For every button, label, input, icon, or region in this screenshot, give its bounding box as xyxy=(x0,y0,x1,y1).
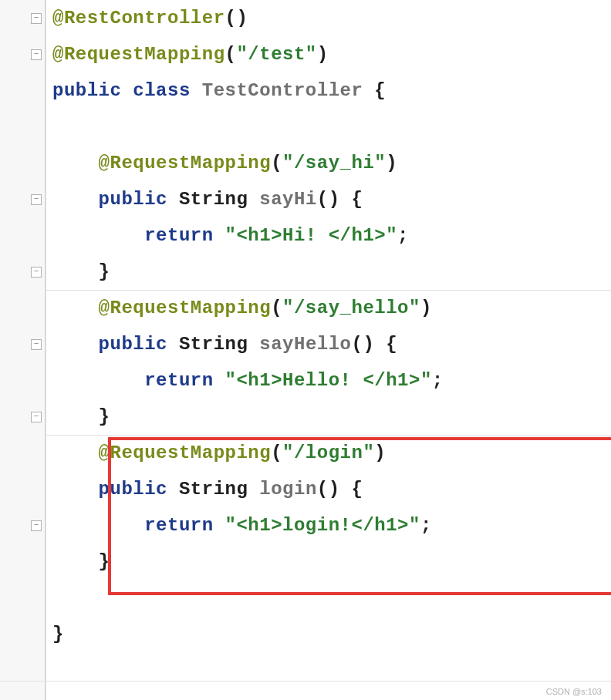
code-line[interactable]: @RequestMapping("/say_hi") xyxy=(52,145,605,181)
code-line[interactable]: public String sayHi() { xyxy=(52,181,605,217)
token: @RequestMapping xyxy=(99,153,272,173)
token: ( xyxy=(271,443,282,463)
token: () xyxy=(317,189,352,210)
code-line[interactable]: } xyxy=(52,544,605,580)
token: () xyxy=(317,479,352,500)
token: ; xyxy=(432,370,444,391)
code-area[interactable]: @RestController()@RequestMapping("/test"… xyxy=(46,0,611,700)
token: ; xyxy=(397,225,409,246)
token: public class xyxy=(52,80,202,101)
gutter-line: − xyxy=(0,399,46,435)
code-line[interactable]: return "<h1>Hi! </h1>"; xyxy=(52,217,605,254)
gutter-line xyxy=(0,145,46,181)
code-line[interactable] xyxy=(52,580,605,616)
method-separator xyxy=(46,290,611,291)
token: "<h1>Hello! </h1>" xyxy=(225,370,432,391)
token: "/test" xyxy=(236,44,316,65)
token: { xyxy=(352,189,363,210)
code-line[interactable]: public String sayHello() { xyxy=(52,326,605,362)
token: String xyxy=(179,189,259,210)
code-editor: −−−−−−− @RestController()@RequestMapping… xyxy=(0,0,611,700)
gutter-line xyxy=(0,616,46,652)
token: sayHi xyxy=(259,189,317,210)
code-line[interactable] xyxy=(52,109,605,145)
token: public xyxy=(99,334,179,355)
gutter-line: − xyxy=(0,181,46,217)
token: () xyxy=(225,8,248,29)
gutter-line xyxy=(0,217,46,254)
token: "/say_hi" xyxy=(282,153,386,173)
token: "<h1>Hi! </h1>" xyxy=(225,225,398,246)
token: ) xyxy=(420,298,432,318)
token: () xyxy=(351,334,386,355)
gutter-line: − xyxy=(0,0,46,36)
gutter: −−−−−−− xyxy=(0,0,46,700)
gutter-line xyxy=(0,72,46,109)
gutter-line xyxy=(0,471,46,507)
token: ) xyxy=(317,44,329,65)
gutter-line xyxy=(0,109,46,145)
fold-toggle-icon[interactable]: − xyxy=(31,13,42,24)
code-line[interactable]: } xyxy=(52,616,605,652)
token: return xyxy=(144,515,224,536)
token: ( xyxy=(271,298,282,318)
token: @RequestMapping xyxy=(99,443,272,463)
token: @RequestMapping xyxy=(99,298,272,318)
token: sayHello xyxy=(259,334,351,355)
fold-toggle-icon[interactable]: − xyxy=(31,194,42,205)
token: } xyxy=(99,261,110,282)
token: "/login" xyxy=(282,443,374,463)
token: ( xyxy=(271,153,282,173)
fold-toggle-icon[interactable]: − xyxy=(31,267,42,278)
code-line[interactable]: @RestController() xyxy=(52,0,605,36)
token: String xyxy=(179,479,259,500)
fold-toggle-icon[interactable]: − xyxy=(31,339,42,350)
token: { xyxy=(386,334,397,355)
token: "<h1>login!</h1>" xyxy=(225,515,420,536)
gutter-line: − xyxy=(0,254,46,290)
code-line[interactable]: public String login() { xyxy=(52,471,605,507)
gutter-line xyxy=(0,290,46,326)
token: } xyxy=(99,551,110,572)
token: ; xyxy=(420,515,432,536)
gutter-line xyxy=(0,544,46,580)
fold-toggle-icon[interactable]: − xyxy=(31,412,42,422)
token: TestController xyxy=(202,80,375,101)
token: String xyxy=(179,334,259,355)
token: ) xyxy=(374,443,386,463)
method-separator xyxy=(46,435,611,436)
token: { xyxy=(374,80,386,101)
fold-toggle-icon[interactable]: − xyxy=(31,49,42,60)
fold-toggle-icon[interactable]: − xyxy=(31,520,42,531)
code-line[interactable]: public class TestController { xyxy=(52,72,605,109)
token: "/say_hello" xyxy=(282,298,420,318)
gutter-line xyxy=(0,362,46,399)
token: return xyxy=(144,370,224,391)
token: return xyxy=(144,225,224,246)
token: @RequestMapping xyxy=(52,44,225,65)
token: public xyxy=(99,189,179,210)
code-line[interactable]: @RequestMapping("/say_hello") xyxy=(52,290,605,326)
gutter-line: − xyxy=(0,36,46,72)
token: } xyxy=(52,624,64,644)
code-line[interactable]: @RequestMapping("/login") xyxy=(52,435,605,471)
token: ) xyxy=(386,153,397,173)
gutter-line xyxy=(0,435,46,471)
gutter-line: − xyxy=(0,507,46,544)
token: @RestController xyxy=(52,8,225,29)
bottom-separator xyxy=(0,681,611,681)
token: public xyxy=(99,479,179,500)
gutter-line xyxy=(0,580,46,616)
token: login xyxy=(259,479,317,500)
code-line[interactable]: @RequestMapping("/test") xyxy=(52,36,605,72)
code-line[interactable]: return "<h1>login!</h1>"; xyxy=(52,507,605,544)
code-line[interactable]: } xyxy=(52,399,605,435)
gutter-line: − xyxy=(0,326,46,362)
watermark: CSDN @s:103 xyxy=(546,687,602,696)
token: { xyxy=(352,479,363,500)
token: ( xyxy=(225,44,237,65)
code-line[interactable]: return "<h1>Hello! </h1>"; xyxy=(52,362,605,399)
token: } xyxy=(99,406,110,427)
code-line[interactable]: } xyxy=(52,254,605,290)
